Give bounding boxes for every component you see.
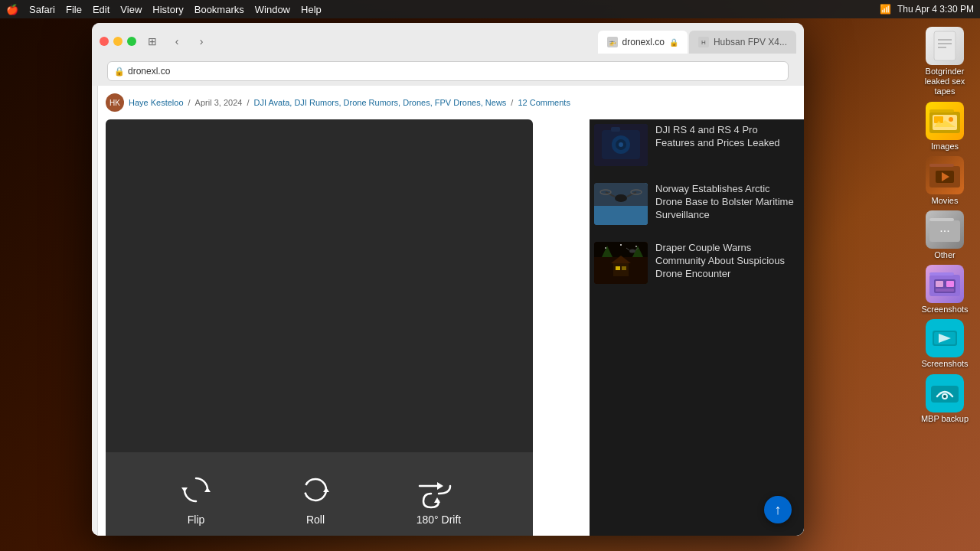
botgrinder-label: Botgrinder leaked sex tapes [917, 67, 972, 97]
desktop: 🍎 Safari File Edit View History Bookmark… [0, 0, 980, 551]
roll-icon [296, 471, 335, 509]
scroll-up-button[interactable]: ↑ [764, 496, 792, 523]
svg-point-51 [605, 247, 606, 249]
publish-date: April 3, 2024 [195, 98, 243, 107]
svg-rect-35 [611, 127, 620, 132]
menu-view[interactable]: View [120, 4, 142, 15]
other-label: Other [934, 250, 956, 260]
menu-help[interactable]: Help [301, 4, 322, 15]
screenshots1-svg [928, 270, 962, 298]
desktop-icon-botgrinder[interactable]: Botgrinder leaked sex tapes [917, 27, 972, 97]
maneuver-bar: Flip Roll [106, 452, 533, 536]
article-content-wrapper: Easy Acrobatics: Flip, Roll, and 180° Dr… [106, 119, 804, 536]
window-controls [100, 37, 136, 46]
movies-label: Movies [932, 196, 959, 206]
svg-point-53 [620, 244, 622, 246]
desktop-icon-movies[interactable]: Movies [917, 156, 972, 206]
menu-file[interactable]: File [66, 4, 82, 15]
svg-point-52 [635, 246, 637, 247]
author-name[interactable]: Haye Kesteloo [129, 98, 184, 107]
menu-history[interactable]: History [152, 4, 183, 15]
related-thumb-house-icon [594, 242, 648, 284]
meta-separator-2: / [247, 98, 249, 107]
screenshots1-folder-icon [926, 265, 964, 303]
images-svg [928, 107, 962, 135]
desktop-icon-mbp-backup[interactable]: MBP backup [917, 374, 972, 424]
close-button[interactable] [100, 37, 109, 46]
svg-point-88 [943, 395, 946, 398]
other-folder-icon: ··· [926, 210, 964, 249]
article-meta: HK Haye Kesteloo / April 3, 2024 / DJI A… [106, 93, 804, 112]
screenshots2-folder-icon [926, 319, 964, 357]
svg-rect-76 [929, 272, 954, 276]
svg-point-67 [949, 117, 953, 122]
tab-hubsan[interactable]: H Hubsan FPV X4... [689, 31, 796, 54]
title-bar: ⊞ ‹ › 🚁 dronexl.co 🔒 H Hubsan FPV X4... [100, 29, 796, 54]
svg-rect-63 [929, 109, 954, 112]
related-thumb-1 [594, 124, 648, 166]
desktop-icon-images[interactable]: Images [917, 102, 972, 152]
svg-marker-28 [437, 482, 443, 490]
forward-button[interactable]: › [191, 31, 211, 51]
movies-folder-icon [926, 156, 964, 194]
lock-icon: 🔒 [114, 67, 125, 77]
maximize-button[interactable] [127, 37, 136, 46]
svg-rect-79 [946, 281, 954, 287]
desktop-icon-screenshots2[interactable]: Screenshots [917, 319, 972, 369]
svg-point-38 [615, 194, 627, 202]
tab-favicon-dronexl: 🚁 [607, 37, 618, 47]
maneuver-drift: 180° Drift [416, 471, 462, 526]
menu-safari[interactable]: Safari [29, 4, 55, 15]
desktop-icon-screenshots1[interactable]: Screenshots [917, 265, 972, 315]
tab-dronexl[interactable]: 🚁 dronexl.co 🔒 [598, 31, 688, 54]
other-svg: ··· [928, 216, 962, 243]
svg-rect-57 [934, 31, 956, 60]
related-thumb-camera-icon [594, 124, 648, 166]
screenshots1-label: Screenshots [921, 305, 968, 315]
backup-svg [928, 380, 962, 407]
file-svg [931, 29, 959, 63]
url-text: dronexl.co [128, 66, 170, 77]
mbp-backup-label: MBP backup [921, 414, 969, 424]
minimize-button[interactable] [113, 37, 122, 46]
svg-point-25 [305, 479, 326, 500]
svg-text:···: ··· [939, 224, 949, 237]
svg-rect-73 [929, 218, 954, 221]
apple-logo-icon[interactable]: 🍎 [6, 4, 18, 15]
menu-window[interactable]: Window [255, 4, 290, 15]
safari-nav: ⊞ ‹ › [142, 31, 592, 51]
url-bar[interactable]: 🔒 dronexl.co [107, 61, 789, 81]
meta-separator-1: / [188, 98, 191, 107]
svg-rect-69 [929, 164, 954, 167]
related-item-1[interactable]: DJI RS 4 and RS 4 Pro Features and Price… [594, 124, 799, 166]
screenshots2-svg [928, 324, 962, 352]
svg-rect-78 [936, 281, 943, 287]
article-categories[interactable]: DJI Avata, DJI Rumors, Drone Rumors, Dro… [253, 98, 506, 107]
drift-label: 180° Drift [416, 514, 462, 526]
menu-bookmarks[interactable]: Bookmarks [194, 4, 244, 15]
comment-count[interactable]: 12 Comments [518, 98, 570, 107]
related-item-3[interactable]: Draper Couple Warns Community About Susp… [594, 242, 799, 284]
related-articles-sidebar: DJI RS 4 and RS 4 Pro Features and Price… [590, 119, 804, 536]
desktop-icon-other[interactable]: ··· Other [917, 210, 972, 260]
sidebar-toggle-button[interactable]: ⊞ [142, 31, 162, 51]
flip-icon [177, 471, 215, 509]
related-item-2[interactable]: Norway Establishes Arctic Drone Base to … [594, 183, 799, 225]
menubar-right: 📶 Thu Apr 4 3:30 PM [880, 4, 974, 15]
maneuver-roll: Roll [296, 471, 335, 526]
datetime: Thu Apr 4 3:30 PM [897, 4, 974, 15]
tab-bar: 🚁 dronexl.co 🔒 H Hubsan FPV X4... [598, 31, 796, 54]
back-button[interactable]: ‹ [167, 31, 187, 51]
menu-edit[interactable]: Edit [93, 4, 109, 15]
svg-point-34 [619, 142, 623, 147]
svg-rect-50 [622, 266, 626, 270]
related-title-3: Draper Couple Warns Community About Susp… [655, 242, 799, 281]
svg-marker-26 [323, 487, 329, 492]
desktop-icons: Botgrinder leaked sex tapes Images [917, 27, 972, 424]
svg-marker-23 [204, 487, 211, 492]
svg-rect-49 [616, 266, 620, 270]
movies-svg [928, 161, 962, 189]
svg-rect-80 [936, 289, 954, 292]
safari-window: ⊞ ‹ › 🚁 dronexl.co 🔒 H Hubsan FPV X4... [92, 23, 804, 536]
svg-marker-29 [434, 497, 440, 503]
